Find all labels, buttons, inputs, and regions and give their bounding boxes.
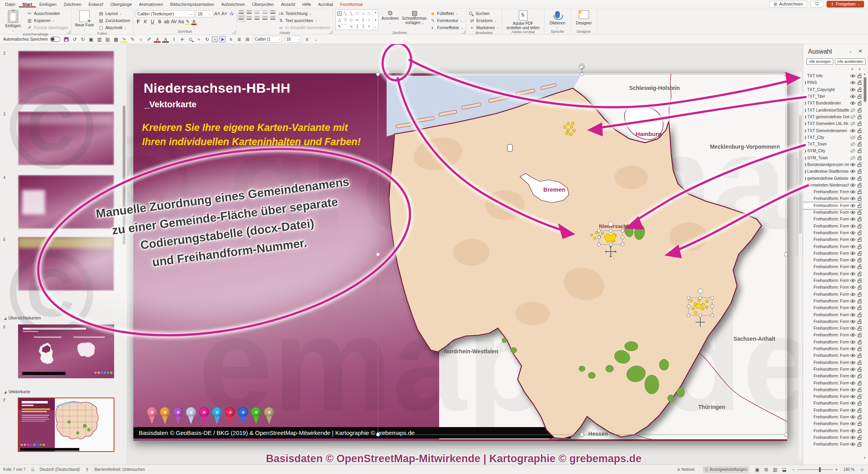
layer-row[interactable]: Freihandform: Form 2… <box>803 188 862 195</box>
layer-row[interactable]: Freihandform: Form 2… <box>803 263 862 270</box>
char-color-icon[interactable]: A <box>162 36 169 43</box>
layer-row[interactable]: ❯TXT Gemeindenamen <box>803 127 862 134</box>
layer-label[interactable]: Freihandform: Form 2… <box>814 429 849 433</box>
unlock-icon[interactable] <box>856 73 862 78</box>
unlock-icon[interactable] <box>856 285 862 290</box>
layer-label[interactable]: Freihandform: Form 2… <box>814 190 849 194</box>
unlock-icon[interactable] <box>856 326 862 331</box>
visibility-eye-off-icon[interactable] <box>849 121 856 126</box>
layer-row[interactable]: Freihandform: Form 2… <box>803 195 862 202</box>
unlock-icon[interactable] <box>856 183 862 188</box>
visibility-eye-icon[interactable] <box>849 272 856 276</box>
layer-label[interactable]: Freihandform: Form 2… <box>814 292 849 297</box>
canvas-scrollbar[interactable] <box>799 72 802 458</box>
unlock-icon[interactable] <box>856 224 862 229</box>
unlock-icon[interactable] <box>856 353 862 358</box>
accessibility-status[interactable]: Barrierefreiheit: Untersuchen <box>94 467 145 472</box>
visibility-eye-icon[interactable] <box>849 347 856 351</box>
slide-subtitle[interactable]: _Vektorkarte <box>144 99 196 110</box>
visibility-eye-icon[interactable] <box>849 374 856 378</box>
underline-button[interactable]: U <box>150 19 155 24</box>
tab-datei[interactable]: Datei <box>2 1 19 7</box>
visibility-eye-icon[interactable] <box>849 442 856 446</box>
visibility-eye-icon[interactable] <box>849 285 856 289</box>
unlock-icon[interactable] <box>856 128 862 133</box>
unlock-icon[interactable] <box>856 442 862 447</box>
unlock-icon[interactable] <box>856 80 862 85</box>
slide-thumbnail-5[interactable] <box>18 237 114 291</box>
autosave-toggle[interactable] <box>50 37 60 42</box>
unlock-icon[interactable] <box>856 394 862 399</box>
dictate-button[interactable]: Diktieren⌄ <box>546 9 569 30</box>
tab-formformat[interactable]: Formformat <box>337 1 366 7</box>
italic-button[interactable]: K <box>142 19 148 24</box>
move-layer-up-icon[interactable]: ∧ <box>851 67 854 71</box>
unlock-icon[interactable] <box>856 428 862 433</box>
layer-label[interactable]: Freihandform: Form 2… <box>814 326 849 330</box>
unlock-icon[interactable] <box>856 237 862 242</box>
map-pin-9[interactable] <box>264 407 274 425</box>
unlock-icon[interactable] <box>856 387 862 392</box>
layer-row[interactable]: Freihandform: Form 2… <box>803 373 862 379</box>
notes-button[interactable]: ≡Notizen <box>675 466 697 473</box>
unlock-icon[interactable] <box>856 414 862 420</box>
layer-row[interactable]: Freihandform: Form 2… <box>803 366 862 373</box>
layer-label[interactable]: Freihandform: Form 2… <box>814 347 849 351</box>
text-shadow-button[interactable]: ab <box>164 19 170 24</box>
visibility-eye-icon[interactable] <box>849 183 856 187</box>
bullets-icon[interactable] <box>239 10 244 15</box>
unlock-icon[interactable] <box>856 271 862 276</box>
unlock-icon[interactable] <box>856 251 862 256</box>
layer-row[interactable]: ❯TXT Landkreise/Stadtkrei… <box>803 106 862 113</box>
pane-chevron-down-icon[interactable]: ⌄ <box>849 49 852 53</box>
visibility-eye-icon[interactable] <box>849 190 856 194</box>
designer-button[interactable]: Designer <box>573 9 595 25</box>
layer-row[interactable]: TXT_Titel <box>803 93 862 100</box>
change-case-button[interactable]: Aa <box>178 19 184 24</box>
unlock-icon[interactable] <box>856 94 862 99</box>
slideshow-icon[interactable]: ⬓ <box>782 467 786 472</box>
layer-row[interactable]: Freihandform: Form 2… <box>803 339 862 345</box>
visibility-eye-icon[interactable] <box>849 415 856 419</box>
unlock-icon[interactable] <box>856 101 862 106</box>
tab-aufzeichnen[interactable]: Aufzeichnen <box>218 1 249 7</box>
layer-label[interactable]: SYM_City <box>807 149 849 153</box>
layer-row[interactable]: Freihandform: Form 2… <box>803 420 862 427</box>
tab-ansicht[interactable]: Ansicht <box>277 1 299 7</box>
search-icon[interactable] <box>187 36 194 43</box>
align-right-icon[interactable] <box>254 16 260 21</box>
layout-button[interactable]: ▤Layout⌄ <box>97 10 131 17</box>
reading-view-icon[interactable]: ▥ <box>773 467 777 472</box>
align-b-icon[interactable]: ≣ <box>236 36 242 43</box>
expand-chevron-icon[interactable]: ❯ <box>804 122 807 125</box>
layer-label[interactable]: Freihandform: Form 2… <box>814 306 849 310</box>
layer-row[interactable]: TXT Info <box>803 73 862 79</box>
layer-label[interactable]: Freihandform: Form 2… <box>814 258 849 262</box>
map-pin-3[interactable] <box>186 407 196 425</box>
slide-thumbnail-4[interactable] <box>18 175 114 229</box>
unlock-icon[interactable] <box>856 312 862 317</box>
grow-font-button[interactable]: A˄ <box>214 11 220 17</box>
layer-row[interactable]: TXT_Copyright <box>803 86 862 93</box>
unlock-icon[interactable] <box>856 278 862 283</box>
share-button[interactable]: ↥ Freigeben ⌄ <box>827 1 864 7</box>
unlock-icon[interactable] <box>856 381 862 386</box>
unlock-icon[interactable] <box>856 210 862 215</box>
smartart-button[interactable]: ▱In SmartArt konvertieren <box>277 24 331 31</box>
font-size-select[interactable]: 18⌄ <box>196 10 213 17</box>
line-spacing-icon[interactable] <box>270 10 275 15</box>
shape-gallery-scroll[interactable]: ▲▼≡ <box>373 10 378 30</box>
move-layer-down-icon[interactable]: ∨ <box>858 67 861 71</box>
layer-label[interactable]: Freihandform: Form 2… <box>814 333 849 337</box>
slide-thumbnail-6[interactable] <box>18 324 114 379</box>
visibility-eye-icon[interactable] <box>849 306 856 310</box>
shape-icon[interactable]: ○ <box>137 36 144 43</box>
layer-label[interactable]: Freihandform: Form 2… <box>814 353 849 358</box>
slide-tagline[interactable]: Kreieren Sie Ihre eigene Karten-Variante… <box>142 121 373 149</box>
layer-row[interactable]: Freihandform: Form 2… <box>803 311 862 318</box>
layer-row[interactable]: Freihandform: Form 2… <box>803 236 862 243</box>
fit-to-window-icon[interactable]: ⊹ <box>860 467 864 472</box>
map-pin-2[interactable] <box>173 407 183 425</box>
layer-row[interactable]: Freihandform: Form 2… <box>803 209 862 216</box>
visibility-eye-icon[interactable] <box>849 333 856 337</box>
